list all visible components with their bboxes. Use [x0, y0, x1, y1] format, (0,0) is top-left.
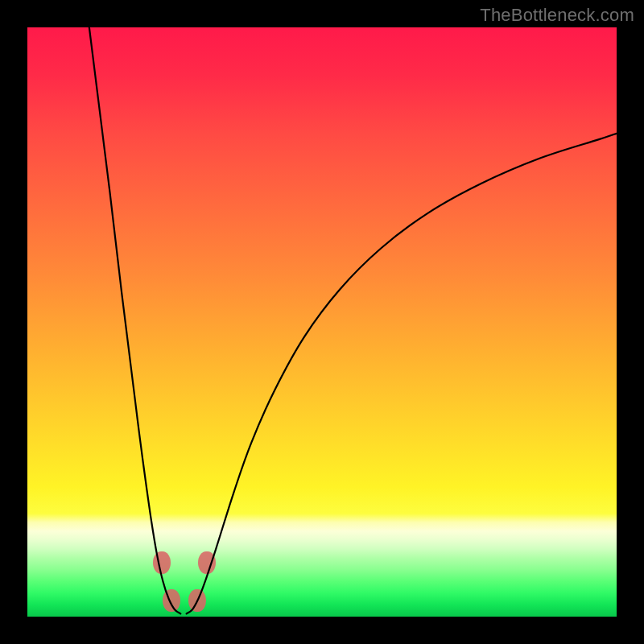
- bottleneck-curve: [27, 27, 617, 617]
- curve-right-branch: [187, 134, 617, 614]
- frame: TheBottleneck.com: [0, 0, 644, 644]
- curve-left-branch: [89, 27, 180, 613]
- watermark-text: TheBottleneck.com: [480, 5, 634, 26]
- plot-area: [27, 27, 617, 617]
